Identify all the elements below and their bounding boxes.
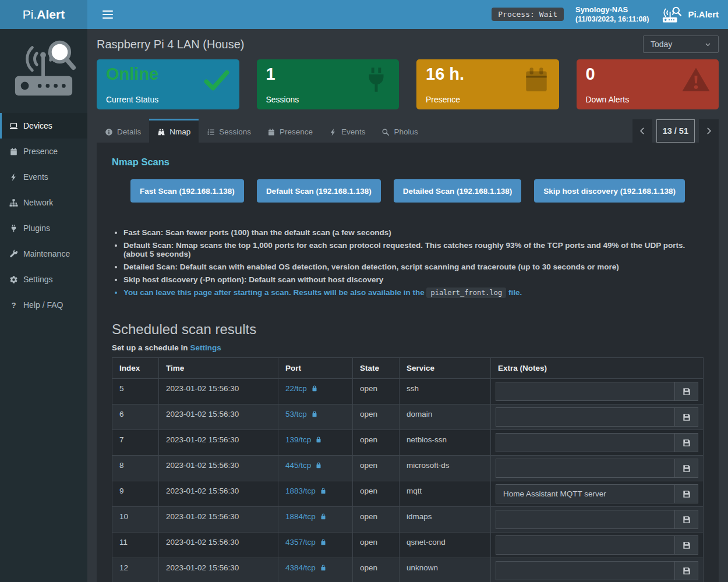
device-info: Synology-NAS (11/03/2023, 16:11:08) [575,5,649,24]
cell-service: microsoft-ds [400,456,491,481]
cell-state: open [353,481,400,507]
tab-nmap[interactable]: Nmap [149,119,199,143]
note-field-group [496,484,698,503]
tab-events[interactable]: Events [321,119,373,143]
lock-icon [311,410,318,418]
port-link[interactable]: 1883/tcp [285,487,316,495]
table-row: 102023-01-02 15:56:301884/tcpopenidmaps [112,507,704,533]
wrench-icon [9,250,18,258]
port-link[interactable]: 22/tcp [285,384,307,393]
page-counter: 13 / 51 [656,119,695,143]
note-input[interactable] [496,485,674,503]
sidebar-item-label: Events [23,172,48,182]
card-label: Presence [426,95,550,104]
page-title: Raspberry Pi 4 LAN (House) [97,38,244,51]
tab-label: Pholus [394,127,418,136]
table-row: 52023-01-02 15:56:3022/tcpopenssh [112,379,704,404]
cell-time: 2023-01-02 15:56:30 [159,533,278,558]
sidebar-item-help-faq[interactable]: ?Help / FAQ [0,292,87,318]
period-select[interactable]: Today [643,36,719,53]
tabs: DetailsNmapSessionsPresenceEventsPholus [97,119,426,143]
sidebar-item-settings[interactable]: Settings [0,267,87,292]
sidebar-item-presence[interactable]: Presence [0,139,87,164]
note-input[interactable] [496,510,674,528]
status-card-down-alerts: 0Down Alerts [577,59,719,109]
brand-logo[interactable]: Pi.Alert [0,0,87,29]
cell-service: qsnet-cond [400,533,491,558]
default-scan-button[interactable]: Default Scan (192.168.1.138) [257,179,381,203]
note-input[interactable] [496,382,674,400]
skip-host-discovery-button[interactable]: Skip host discovery (192.168.1.138) [534,179,685,203]
sidebar-item-plugins[interactable]: Plugins [0,215,87,241]
fast-scan-button[interactable]: Fast Scan (192.168.1.138) [130,179,244,203]
note-input[interactable] [496,562,674,580]
sidebar-item-devices[interactable]: Devices [0,113,87,139]
check-icon [202,65,231,94]
calendar-icon [9,147,18,156]
detailed-scan-button[interactable]: Detailed Scan (192.168.1.138) [394,179,522,203]
floppy-save-icon [682,515,691,524]
port-link[interactable]: 4357/tcp [285,538,316,546]
lock-icon [320,487,327,495]
bolt-icon [9,173,18,182]
menu-toggle-button[interactable] [100,7,115,23]
cell-service: netbios-ssn [400,430,491,456]
tab-label: Details [117,127,141,136]
floppy-save-icon [682,413,691,422]
sitemap-icon [9,198,18,207]
save-note-button[interactable] [674,434,698,452]
note-input[interactable] [496,408,674,426]
prev-page-button[interactable] [632,119,652,143]
note-input[interactable] [496,536,674,554]
note-input[interactable] [496,434,674,452]
sidebar-item-events[interactable]: Events [0,164,87,190]
cell-extra [491,456,704,481]
note-field-group [496,561,698,580]
tab-presence[interactable]: Presence [259,119,321,143]
pialert-logo [0,29,87,113]
status-card-current-status: OnlineCurrent Status [97,59,239,109]
save-note-button[interactable] [674,536,698,554]
save-note-button[interactable] [674,510,698,528]
cell-state: open [353,404,400,430]
tab-label: Presence [280,127,313,136]
port-link[interactable]: 139/tcp [285,435,311,444]
cell-service: mqtt [400,481,491,507]
tab-details[interactable]: Details [97,119,149,143]
save-note-button[interactable] [674,562,698,580]
cell-state: open [353,379,400,404]
tab-sessions[interactable]: Sessions [199,119,259,143]
settings-link[interactable]: Settings [190,343,221,352]
note-field-group [496,407,698,427]
save-note-button[interactable] [674,408,698,426]
port-link[interactable]: 1884/tcp [285,512,316,521]
tab-label: Sessions [219,127,251,136]
cell-state: open [353,430,400,456]
save-note-button[interactable] [674,382,698,400]
note-input[interactable] [496,459,674,477]
save-note-button[interactable] [674,485,698,503]
status-card-sessions: 1Sessions [257,59,400,109]
status-card-presence: 16 h.Presence [416,59,559,109]
topbar: Pi.Alert Process: Wait Synology-NAS (11/… [0,0,728,29]
device-name: Synology-NAS [575,5,649,15]
save-note-button[interactable] [674,459,698,477]
floppy-save-icon [682,387,691,396]
gear-icon [9,275,18,284]
cell-state: open [353,456,400,481]
port-link[interactable]: 53/tcp [285,410,307,418]
question-icon: ? [9,301,18,310]
tab-pholus[interactable]: Pholus [373,119,426,143]
port-link[interactable]: 445/tcp [285,461,311,470]
pialert-icon [660,5,683,24]
calendar-icon [267,128,275,136]
sidebar-item-network[interactable]: Network [0,190,87,215]
table-row: 82023-01-02 15:56:30445/tcpopenmicrosoft… [112,456,704,481]
cell-state: open [353,533,400,558]
cell-port: 445/tcp [278,456,353,481]
next-page-button[interactable] [699,119,719,143]
sidebar-item-maintenance[interactable]: Maintenance [0,241,87,267]
cell-index: 8 [112,456,159,481]
cell-index: 12 [112,558,159,582]
port-link[interactable]: 4384/tcp [285,563,316,572]
